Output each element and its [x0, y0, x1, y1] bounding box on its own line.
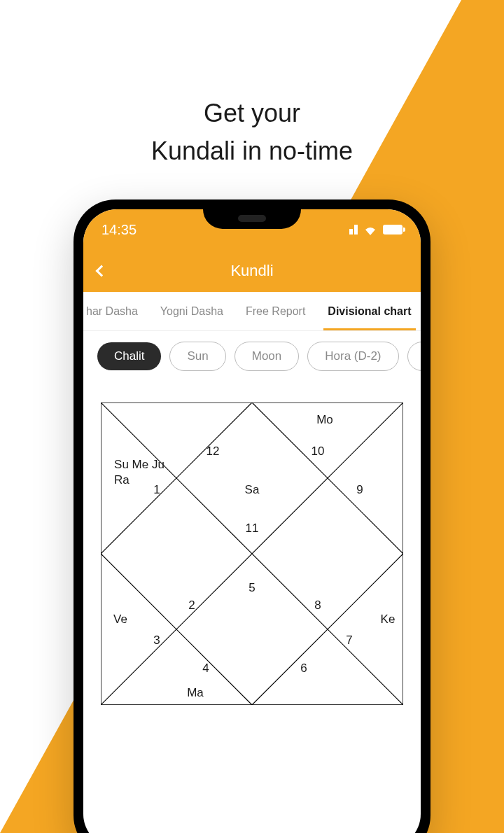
- phone-notch: [203, 209, 301, 229]
- house-7-num: 7: [346, 633, 352, 648]
- marketing-headline: Get your Kundali in no-time: [0, 94, 504, 170]
- house-2-planets: Ve: [113, 612, 127, 627]
- house-6-num: 6: [300, 661, 307, 676]
- house-4-planets: Ma: [187, 685, 204, 701]
- house-2-num: 2: [188, 598, 195, 613]
- status-time: 14:35: [102, 222, 136, 238]
- tab-divisional-chart[interactable]: Divisional chart: [316, 292, 421, 330]
- house-10-planets: Mo: [316, 412, 333, 428]
- chip-moon[interactable]: Moon: [234, 342, 300, 371]
- wifi-icon: [363, 224, 377, 235]
- house-11-num: 11: [246, 521, 259, 536]
- house-9-num: 9: [356, 482, 363, 498]
- page-title: Kundli: [230, 262, 273, 280]
- headline-line-2: Kundali in no-time: [151, 136, 353, 165]
- chip-row[interactable]: Chalit Sun Moon Hora (D-2) Drekka: [83, 331, 421, 382]
- kundli-chart: 12 10 11 1 9 2 5 8 3 7 4 6 Mo Su Me Ju R…: [101, 402, 403, 705]
- house-5-num: 5: [248, 580, 255, 596]
- tab-har-dasha[interactable]: har Dasha: [83, 292, 149, 330]
- headline-line-1: Get your: [204, 99, 300, 127]
- phone-frame: 14:35 Kundli har Dasha Yogni Dasha Free …: [74, 200, 430, 833]
- signal-icon: [349, 225, 358, 234]
- app-header: Kundli: [83, 250, 421, 292]
- kundli-chart-area: 12 10 11 1 9 2 5 8 3 7 4 6 Mo Su Me Ju R…: [83, 382, 421, 726]
- phone-screen: 14:35 Kundli har Dasha Yogni Dasha Free …: [83, 209, 421, 833]
- house-8-planets: Ke: [381, 612, 396, 627]
- chip-sun[interactable]: Sun: [169, 342, 225, 371]
- status-icons: [349, 224, 402, 235]
- chip-hora-d2[interactable]: Hora (D-2): [307, 342, 398, 371]
- house-4-num: 4: [202, 661, 209, 676]
- house-1-planets: Su Me Ju Ra: [114, 457, 164, 488]
- tab-yogni-dasha[interactable]: Yogni Dasha: [149, 292, 234, 330]
- chip-drekka[interactable]: Drekka: [407, 342, 421, 371]
- house-11-planets: Sa: [245, 482, 260, 498]
- house-8-num: 8: [314, 598, 321, 613]
- house-10-num: 10: [312, 444, 325, 459]
- battery-icon: [383, 225, 402, 234]
- back-icon[interactable]: [96, 265, 108, 277]
- tab-bar: har Dasha Yogni Dasha Free Report Divisi…: [83, 292, 421, 331]
- tab-free-report[interactable]: Free Report: [234, 292, 316, 330]
- house-3-num: 3: [153, 633, 160, 648]
- house-12-num: 12: [206, 444, 220, 459]
- chip-chalit[interactable]: Chalit: [97, 342, 161, 370]
